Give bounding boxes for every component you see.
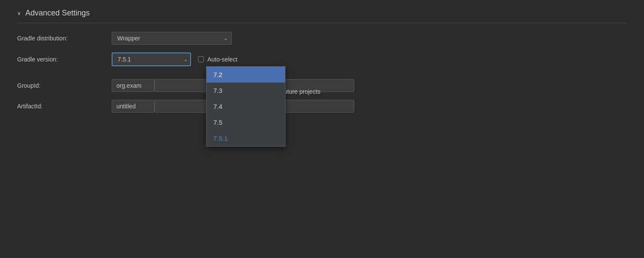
- gradle-version-input[interactable]: [112, 52, 191, 66]
- gradle-version-dropdown-button[interactable]: ⌄: [184, 57, 188, 62]
- advanced-settings-panel: ∨ Advanced Settings Gradle distribution:…: [0, 0, 644, 129]
- version-option-7-4[interactable]: 7.4: [207, 98, 285, 114]
- version-option-7-3[interactable]: 7.3: [207, 83, 285, 98]
- groupid-row: GroupId:: [17, 79, 627, 92]
- gradle-distribution-label: Gradle distribution:: [17, 35, 112, 42]
- auto-select-group: Auto-select: [198, 52, 237, 63]
- gradle-version-dropdown: 7.2 7.3 7.4 7.5 7.5.1: [206, 66, 286, 147]
- artifactid-label: ArtifactId:: [17, 103, 112, 110]
- artifactid-row: ArtifactId:: [17, 100, 627, 113]
- chevron-icon: ∨: [17, 10, 21, 16]
- gradle-version-label: Gradle version:: [17, 52, 112, 63]
- gradle-distribution-row: Gradle distribution: Wrapper Local insta…: [17, 32, 627, 45]
- gradle-version-input-wrapper: ⌄: [112, 52, 191, 66]
- groupid-input[interactable]: [112, 79, 155, 92]
- gradle-distribution-select-wrapper: Wrapper Local installation Specific vers…: [112, 32, 232, 45]
- section-header: ∨ Advanced Settings: [17, 9, 627, 23]
- artifactid-input[interactable]: [112, 100, 155, 113]
- auto-select-label: Auto-select: [207, 56, 237, 63]
- gradle-distribution-select[interactable]: Wrapper Local installation Specific vers…: [112, 32, 232, 45]
- version-option-7-5[interactable]: 7.5: [207, 114, 285, 130]
- groupid-label: GroupId:: [17, 82, 112, 89]
- version-option-7-5-1[interactable]: 7.5.1: [207, 130, 285, 146]
- section-title: Advanced Settings: [25, 9, 90, 18]
- auto-select-checkbox[interactable]: [198, 56, 204, 62]
- version-option-7-2[interactable]: 7.2: [207, 67, 285, 83]
- gradle-version-row: Gradle version: ⌄ 7.2 7.3 7.4 7.5 7.5.1 …: [17, 52, 627, 66]
